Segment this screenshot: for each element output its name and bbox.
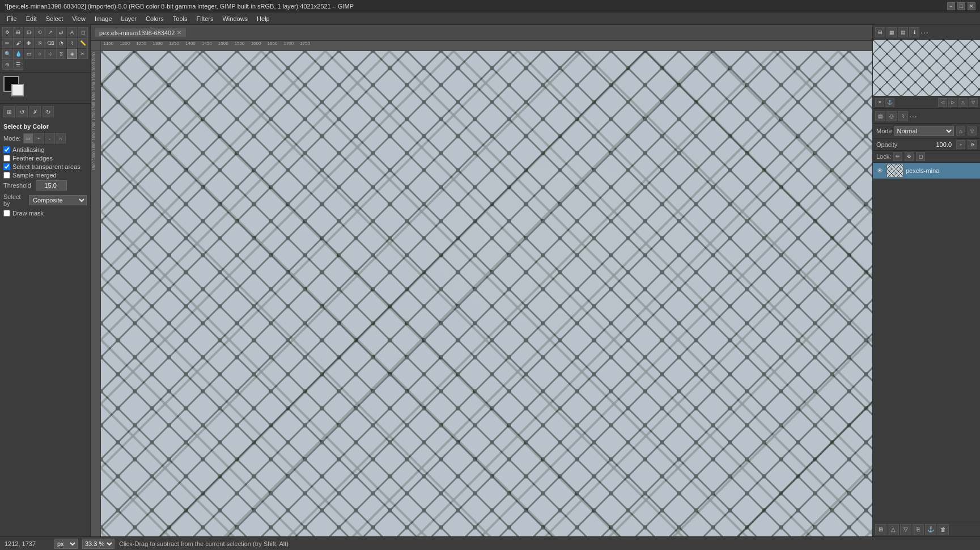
canvas-viewport[interactable] bbox=[101, 51, 872, 536]
colorpick-tool[interactable]: 💧 bbox=[13, 49, 23, 59]
duplicate-layer-btn[interactable]: ⎘ bbox=[913, 524, 924, 535]
nav-down-icon[interactable]: ▽ bbox=[969, 98, 978, 107]
handpan-tool[interactable]: ☰ bbox=[13, 60, 23, 70]
sample-merged-label[interactable]: Sample merged bbox=[12, 172, 57, 179]
anchor-layer-btn[interactable]: ⚓ bbox=[925, 524, 936, 535]
nav-up-icon[interactable]: △ bbox=[958, 98, 968, 107]
menu-filters[interactable]: Filters bbox=[192, 14, 218, 23]
bycolor-select-tool[interactable]: ◈ bbox=[67, 49, 77, 59]
move-tool[interactable]: ✥ bbox=[2, 27, 12, 37]
menu-image[interactable]: Image bbox=[90, 14, 117, 23]
foreground-select-tool[interactable]: ⊕ bbox=[2, 60, 12, 70]
paint-tool[interactable]: 🖌 bbox=[13, 38, 23, 48]
feather-edges-label[interactable]: Feather edges bbox=[12, 155, 53, 162]
new-layer-btn[interactable]: ⊞ bbox=[875, 524, 886, 535]
text-tool[interactable]: A bbox=[67, 27, 77, 37]
undo-icon[interactable]: ↺ bbox=[16, 106, 28, 117]
ruler-corner bbox=[91, 41, 101, 51]
lower-layer-btn[interactable]: ▽ bbox=[900, 524, 911, 535]
antialiasing-label[interactable]: Antialiasing bbox=[12, 146, 44, 153]
mode-subtract-btn[interactable]: - bbox=[45, 133, 55, 143]
menu-file[interactable]: File bbox=[2, 14, 22, 23]
warp-tool[interactable]: ↗ bbox=[45, 27, 56, 37]
nav-next-icon[interactable]: ▷ bbox=[948, 98, 957, 107]
opacity-settings-icon[interactable]: ⚙ bbox=[968, 140, 977, 149]
rect-select-tool[interactable]: ▭ bbox=[24, 49, 34, 59]
canvas-tab[interactable]: pex.els-minan1398-683402 ✕ bbox=[94, 28, 186, 38]
layers-tab-icon[interactable]: ▤ bbox=[875, 111, 885, 121]
close-preview-btn[interactable]: ✕ bbox=[875, 98, 884, 107]
antialiasing-checkbox[interactable] bbox=[3, 146, 10, 153]
opacity-add-icon[interactable]: + bbox=[956, 140, 965, 149]
fuzzy-select-tool[interactable]: ⧖ bbox=[56, 49, 66, 59]
menu-colors[interactable]: Colors bbox=[141, 14, 168, 23]
minimize-button[interactable]: – bbox=[947, 2, 955, 10]
path-tool[interactable]: ⌇ bbox=[67, 38, 77, 48]
menu-tools[interactable]: Tools bbox=[168, 14, 192, 23]
crop-tool[interactable]: ⊡ bbox=[24, 27, 34, 37]
close-button[interactable]: ✕ bbox=[968, 2, 975, 10]
select-transparent-checkbox[interactable] bbox=[3, 163, 10, 170]
delete-icon[interactable]: ✗ bbox=[29, 106, 41, 117]
drawmask-checkbox[interactable] bbox=[3, 210, 10, 217]
layer-item[interactable]: 👁 pex bbox=[873, 163, 980, 179]
geomshape-tool[interactable]: ◻ bbox=[78, 27, 88, 37]
measure-tool[interactable]: 📏 bbox=[78, 38, 88, 48]
flip-tool[interactable]: ⇄ bbox=[56, 27, 66, 37]
menu-windows[interactable]: Windows bbox=[218, 14, 252, 23]
info-icon[interactable]: ℹ bbox=[909, 27, 919, 37]
menu-view[interactable]: View bbox=[67, 14, 90, 23]
threshold-input[interactable] bbox=[36, 180, 67, 191]
histogram-icon[interactable]: ▤ bbox=[898, 27, 908, 37]
mode-add-btn[interactable]: + bbox=[34, 133, 44, 143]
align-tool[interactable]: ⊞ bbox=[13, 27, 23, 37]
background-color[interactable] bbox=[11, 84, 24, 96]
layers-mode-down-icon[interactable]: ▽ bbox=[968, 126, 977, 136]
canvas-image[interactable] bbox=[101, 51, 872, 536]
mode-replace-btn[interactable]: ▭ bbox=[23, 133, 33, 143]
anchor-preview-btn[interactable]: ⚓ bbox=[885, 98, 894, 107]
freeselect-tool[interactable]: ⊹ bbox=[45, 49, 56, 59]
more-options-icon[interactable]: ··· bbox=[920, 28, 929, 37]
lock-pixels-btn[interactable]: ✏ bbox=[893, 152, 902, 161]
statusbar-zoom-select[interactable]: 33.3 % 25 % 50 % 100 % bbox=[82, 539, 114, 549]
menu-select[interactable]: Select bbox=[41, 14, 68, 23]
layers-mode-up-icon[interactable]: △ bbox=[956, 126, 965, 136]
palette-icon[interactable]: ▦ bbox=[886, 27, 897, 37]
maximize-button[interactable]: □ bbox=[957, 2, 965, 10]
layers-more-icon[interactable]: ··· bbox=[909, 112, 918, 121]
grid-icon[interactable]: ⊞ bbox=[875, 27, 885, 37]
nav-prev-icon[interactable]: ◁ bbox=[938, 98, 947, 107]
sample-merged-checkbox[interactable] bbox=[3, 172, 10, 179]
refresh-icon[interactable]: ↻ bbox=[43, 106, 54, 117]
mode-intersect-btn[interactable]: ∩ bbox=[56, 133, 66, 143]
raise-layer-btn[interactable]: △ bbox=[888, 524, 899, 535]
feather-edges-checkbox[interactable] bbox=[3, 155, 10, 162]
select-transparent-label[interactable]: Select transparent areas bbox=[12, 163, 80, 170]
delete-layer-btn[interactable]: 🗑 bbox=[937, 524, 949, 535]
scissors-tool[interactable]: ✂ bbox=[78, 49, 88, 59]
paths-tab-icon[interactable]: ⌇ bbox=[898, 111, 908, 121]
erase-tool[interactable]: ⌫ bbox=[45, 38, 56, 48]
menu-layer[interactable]: Layer bbox=[117, 14, 142, 23]
lock-alpha-btn[interactable]: ◻ bbox=[916, 152, 925, 161]
layers-mode-combo[interactable]: Normal Dissolve Multiply Screen Overlay bbox=[894, 126, 954, 136]
channels-tab-icon[interactable]: ◎ bbox=[886, 111, 897, 121]
ellipse-select-tool[interactable]: ○ bbox=[35, 49, 45, 59]
drawmask-label[interactable]: Draw mask bbox=[12, 210, 44, 217]
zoom-tool[interactable]: 🔍 bbox=[2, 49, 12, 59]
clone-tool[interactable]: ⎘ bbox=[35, 38, 45, 48]
lock-position-btn[interactable]: ✥ bbox=[905, 152, 914, 161]
menu-help[interactable]: Help bbox=[252, 14, 274, 23]
menu-edit[interactable]: Edit bbox=[22, 14, 41, 23]
statusbar-unit-select[interactable]: px mm in bbox=[54, 539, 78, 549]
ruler-h-ticks: 1150 1200 1250 1300 1350 1400 1450 1500 … bbox=[101, 41, 310, 46]
canvas-close-button[interactable]: ✕ bbox=[177, 29, 181, 36]
new-image-icon[interactable]: ⊞ bbox=[3, 106, 15, 117]
heal-tool[interactable]: ✚ bbox=[24, 38, 34, 48]
transform-tool[interactable]: ⟲ bbox=[35, 27, 45, 37]
selectby-combo[interactable]: Composite Red Green Blue Alpha HSV Hue H… bbox=[29, 195, 87, 205]
dodge-tool[interactable]: ◔ bbox=[56, 38, 66, 48]
pencil-tool[interactable]: ✏ bbox=[2, 38, 12, 48]
layer-visibility-icon[interactable]: 👁 bbox=[875, 166, 884, 175]
